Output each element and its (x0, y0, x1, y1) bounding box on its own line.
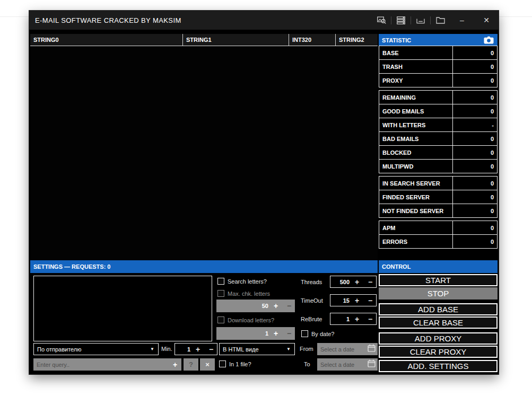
max-chk-letters-checkbox[interactable]: Max. chk. letters (217, 290, 270, 297)
stat-label: IN SEARCH SERVER (379, 176, 453, 190)
plus-icon[interactable]: + (350, 278, 364, 286)
minus-icon[interactable]: − (205, 345, 217, 354)
column-header-int320[interactable]: INT320 (289, 34, 336, 46)
column-header-string0[interactable]: STRING0 (30, 34, 183, 46)
stat-label: APM (379, 221, 453, 235)
stat-value: - (452, 118, 498, 132)
checkbox-box (217, 290, 224, 297)
stat-value: 0 (452, 234, 498, 249)
results-table-body[interactable] (30, 46, 378, 260)
clear-query-button[interactable]: × (200, 358, 215, 371)
stat-label: BLOCKED (379, 145, 453, 160)
minus-icon[interactable]: − (364, 296, 376, 305)
column-header-string2[interactable]: STRING2 (336, 34, 378, 46)
titlebar-actions: – ✕ (372, 11, 499, 30)
app-window: E-MAIL SOFTWARE CRACKED BY MAKSIM (29, 11, 499, 374)
download-letters-checkbox[interactable]: Download letters? (217, 316, 274, 323)
plus-icon[interactable]: + (350, 296, 364, 305)
stepper-value: 500 (330, 279, 350, 285)
min-stepper[interactable]: 1 + − (175, 343, 217, 355)
add-query-icon[interactable]: + (169, 360, 181, 369)
stepper-value: 50 (216, 303, 268, 309)
timeout-stepper[interactable]: 15 + − (330, 294, 377, 306)
checkbox-label: Max. chk. letters (228, 291, 270, 297)
camera-icon[interactable] (482, 36, 495, 45)
add-base-button[interactable]: ADD BASE (379, 303, 498, 315)
clear-proxy-button[interactable]: CLEAR PROXY (379, 346, 498, 358)
statistic-header: STATISTIC (379, 34, 498, 46)
threads-stepper[interactable]: 500 + − (330, 276, 377, 288)
stat-label: FINDED SERVER (379, 190, 453, 204)
date-to-picker[interactable]: Select a date (317, 358, 378, 371)
timeout-label: TimeOut (301, 297, 323, 304)
stat-value: 0 (452, 176, 498, 190)
settings-header: SETTINGS — REQUESTS: 0 (30, 260, 378, 273)
add-settings-button[interactable]: ADD. SETTINGS (379, 360, 498, 372)
stat-value: 0 (452, 159, 498, 173)
rebrute-stepper[interactable]: 1 + − (330, 313, 377, 325)
control-panel: START STOP ADD BASE CLEAR BASE ADD PROXY… (379, 273, 498, 372)
stat-row: IN SEARCH SERVER 0 (379, 176, 498, 190)
minus-icon[interactable]: − (364, 315, 376, 323)
by-date-checkbox[interactable]: By date? (301, 330, 334, 337)
stat-row: PROXY 0 (379, 73, 498, 87)
rebrute-label: ReBrute (301, 316, 322, 322)
image-search-icon[interactable] (372, 11, 391, 30)
datepicker-placeholder: Select a date (320, 362, 368, 368)
column-header-string1[interactable]: STRING1 (183, 34, 289, 46)
threads-label: Threads (301, 279, 322, 285)
sender-dropdown[interactable]: По отправителю ▼ (33, 343, 159, 355)
stat-row: MULTIPWD 0 (379, 159, 498, 173)
statistic-panel: STATISTIC BASE 0 TRASH 0 PROXY 0 REMAINI… (379, 34, 498, 249)
stat-label: NOT FINDED SERVER (379, 204, 453, 218)
from-label: From (300, 346, 313, 352)
max-letters-stepper[interactable]: 50 + − (216, 300, 295, 312)
stop-button[interactable]: STOP (379, 287, 498, 300)
calendar-icon[interactable] (368, 344, 376, 354)
in-1-file-checkbox[interactable]: In 1 file? (219, 360, 251, 367)
stat-label: MULTIPWD (379, 159, 453, 173)
plus-icon[interactable]: + (268, 302, 283, 310)
stepper-value: 1 (330, 316, 350, 322)
plus-icon[interactable]: + (350, 315, 364, 323)
stat-value: 0 (452, 190, 498, 204)
help-button[interactable]: ? (184, 358, 198, 371)
minus-icon[interactable]: − (283, 302, 295, 310)
add-proxy-button[interactable]: ADD PROXY (379, 332, 498, 345)
search-letters-checkbox[interactable]: Search letters? (217, 278, 267, 285)
close-button[interactable]: ✕ (474, 11, 499, 30)
minimize-button[interactable]: – (450, 11, 474, 30)
plus-icon[interactable]: + (190, 345, 205, 354)
stat-label: REMAINING (379, 90, 453, 104)
format-dropdown[interactable]: В HTML виде ▼ (219, 343, 295, 355)
stat-value: 0 (452, 204, 498, 218)
checkbox-label: Search letters? (228, 278, 267, 285)
plus-icon[interactable]: + (268, 329, 283, 338)
stat-label: ERRORS (379, 234, 453, 249)
clear-base-button[interactable]: CLEAR BASE (379, 316, 498, 329)
start-button[interactable]: START (379, 274, 498, 286)
stepper-value: 15 (330, 297, 350, 304)
stat-value: 0 (452, 46, 498, 60)
folder-icon[interactable] (431, 11, 450, 30)
checkbox-box (217, 278, 224, 285)
query-listbox[interactable] (33, 276, 212, 341)
checkbox-box (219, 360, 226, 367)
calendar-icon[interactable] (368, 359, 376, 369)
to-label: To (304, 361, 310, 367)
date-from-picker[interactable]: Select a date (317, 343, 378, 355)
query-input[interactable] (33, 362, 169, 368)
stat-label: GOOD EMAILS (379, 104, 453, 118)
tray-icon[interactable] (411, 11, 430, 30)
stat-row: FINDED SERVER 0 (379, 190, 498, 204)
checkbox-box (301, 330, 308, 337)
minus-icon[interactable]: − (364, 278, 376, 286)
settings-panel: Search letters? Max. chk. letters 50 + −… (30, 273, 378, 372)
checkbox-label: In 1 file? (229, 361, 251, 367)
minus-icon[interactable]: − (283, 329, 295, 338)
titlebar: E-MAIL SOFTWARE CRACKED BY MAKSIM (29, 11, 499, 30)
server-rows-icon[interactable] (391, 11, 411, 30)
stat-value: 0 (452, 73, 498, 87)
download-count-stepper[interactable]: 1 + − (216, 327, 295, 340)
stat-row: BLOCKED 0 (379, 145, 498, 160)
